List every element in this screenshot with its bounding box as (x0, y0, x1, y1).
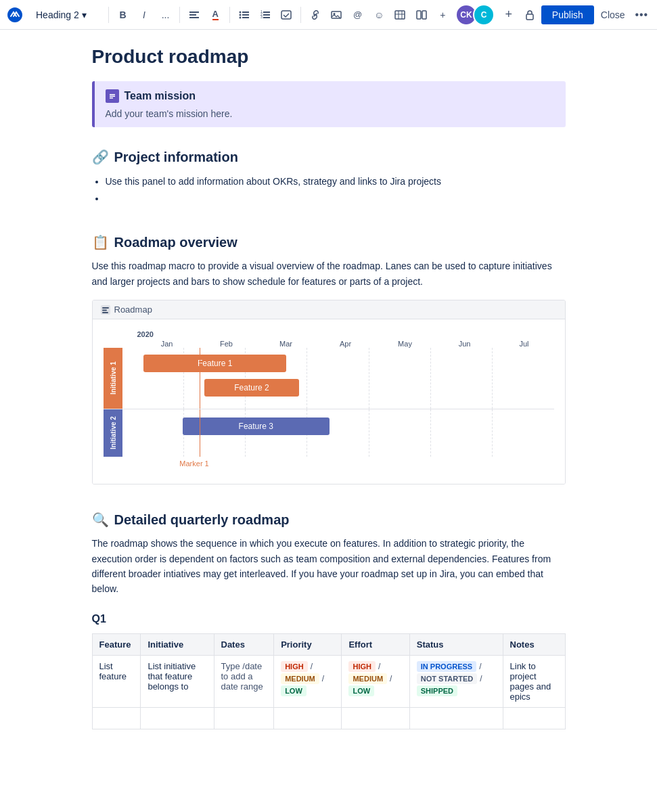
svg-rect-22 (417, 11, 421, 19)
effort-badge-low: LOW (348, 685, 374, 696)
project-info-title: Project information (114, 150, 238, 165)
roadmap-chart: 2020 Jan Feb Mar Apr May Jun Jul (93, 319, 565, 484)
project-info-bullet-1: Use this panel to add information about … (106, 173, 566, 190)
cell-dates[interactable]: Type /date to add a date range (214, 655, 274, 707)
cell-feature-empty[interactable] (92, 707, 141, 729)
bullet-list-button[interactable] (234, 4, 254, 26)
gantt-col (122, 409, 184, 457)
svg-rect-6 (242, 14, 249, 16)
toolbar-divider-4 (300, 7, 301, 23)
gantt-col (431, 348, 493, 409)
numbered-list-button[interactable]: 1.2.3. (255, 4, 275, 26)
emoji-button[interactable]: ☺ (369, 4, 388, 26)
editor-content: Product roadmap Team mission Add your te… (65, 30, 593, 797)
gantt-col (493, 348, 553, 409)
table-header-row: Feature Initiative Dates Priority Effort… (92, 633, 565, 655)
col-dates: Dates (214, 633, 274, 655)
cell-priority[interactable]: HIGH / MEDIUM / LOW (274, 655, 342, 707)
link-button[interactable] (305, 4, 325, 26)
feature3-label: Feature 3 (239, 422, 273, 431)
feature3-bar: Feature 3 (183, 418, 330, 435)
gantt-col (493, 409, 553, 457)
task-list-button[interactable] (277, 4, 296, 26)
svg-rect-18 (395, 11, 405, 19)
roadmap-overview-description: Use this roadmap macro to provide a visu… (92, 258, 566, 289)
close-button[interactable]: Close (595, 5, 631, 24)
cell-status-empty[interactable] (409, 707, 503, 729)
gantt-month-may: May (376, 340, 435, 348)
page-title[interactable]: Product roadmap (92, 46, 566, 68)
align-button[interactable] (184, 4, 204, 26)
team-mission-panel: Team mission Add your team's mission her… (92, 81, 566, 127)
bold-button[interactable]: B (113, 4, 133, 26)
quarterly-roadmap-section: 🔍 Detailed quarterly roadmap The roadmap… (92, 512, 566, 729)
roadmap-macro-header: Roadmap (93, 300, 565, 319)
overflow-button[interactable]: ••• (632, 4, 652, 26)
svg-rect-32 (102, 312, 108, 313)
toolbar-divider-1 (108, 7, 109, 23)
cell-priority-empty[interactable] (274, 707, 342, 729)
toolbar: Heading 2 ▾ B I ... A 1.2.3. @ ☺ + CK C (0, 0, 657, 30)
gantt-col (431, 409, 493, 457)
col-notes: Notes (503, 633, 565, 655)
col-initiative: Initiative (141, 633, 214, 655)
share-button[interactable]: + (499, 4, 518, 26)
italic-button[interactable]: I (134, 4, 154, 26)
mention-button[interactable]: @ (348, 4, 367, 26)
layout-button[interactable] (411, 4, 431, 26)
feature2-label: Feature 2 (234, 383, 269, 392)
svg-rect-0 (189, 12, 199, 13)
publish-button[interactable]: Publish (541, 5, 594, 24)
effort-badge-medium: MEDIUM (348, 673, 387, 684)
chevron-down-icon: ▾ (82, 9, 87, 20)
image-button[interactable] (326, 4, 346, 26)
project-info-heading: 🔗 Project information (92, 149, 566, 165)
project-info-section: 🔗 Project information Use this panel to … (92, 149, 566, 207)
svg-rect-26 (110, 94, 115, 95)
text-color-button[interactable]: A (206, 4, 225, 26)
cell-status[interactable]: IN PROGRESS / NOT STARTED / SHIPPED (409, 655, 503, 707)
cell-feature[interactable]: List feature (92, 655, 141, 707)
svg-rect-27 (110, 96, 115, 97)
avatar-group: CK C (455, 4, 495, 26)
heading-select[interactable]: Heading 2 ▾ (30, 6, 104, 24)
cell-notes[interactable]: Link to project pages and epics (503, 655, 565, 707)
more-format-button[interactable]: ... (156, 4, 175, 26)
svg-rect-14 (263, 17, 270, 18)
status-badge-not-started: NOT STARTED (417, 673, 477, 684)
marker-label: Marker 1 (179, 459, 208, 468)
roadmap-overview-heading: 📋 Roadmap overview (92, 234, 566, 250)
svg-rect-12 (263, 14, 270, 16)
team-mission-title: Team mission (124, 90, 196, 102)
cell-initiative-empty[interactable] (141, 707, 214, 729)
gantt-col (307, 348, 369, 409)
project-info-bullet-2 (106, 190, 566, 207)
svg-text:3.: 3. (260, 15, 263, 19)
team-mission-body[interactable]: Add your team's mission here. (106, 108, 555, 119)
priority-badges: HIGH / MEDIUM / LOW (281, 661, 334, 696)
svg-rect-2 (189, 17, 199, 18)
cell-notes-empty[interactable] (503, 707, 565, 729)
cell-effort[interactable]: HIGH / MEDIUM / LOW (342, 655, 409, 707)
initiative1-label: Initiative 1 (104, 348, 122, 409)
svg-rect-24 (526, 14, 533, 20)
cell-dates-empty[interactable] (214, 707, 274, 729)
text-color-icon: A (212, 9, 219, 20)
search-icon: 🔍 (92, 512, 109, 528)
status-badges: IN PROGRESS / NOT STARTED / SHIPPED (417, 661, 496, 696)
roadmap-overview-title: Roadmap overview (114, 235, 237, 250)
clipboard-icon: 📋 (92, 234, 109, 250)
restrict-button[interactable] (520, 4, 539, 26)
badge-medium: MEDIUM (281, 673, 319, 684)
insert-more-button[interactable]: + (433, 4, 453, 26)
cell-effort-empty[interactable] (342, 707, 409, 729)
col-status: Status (409, 633, 503, 655)
gantt-month-mar: Mar (256, 340, 316, 348)
svg-point-3 (239, 11, 241, 13)
col-priority: Priority (274, 633, 342, 655)
table-button[interactable] (390, 4, 410, 26)
status-badge-in-progress: IN PROGRESS (417, 661, 476, 672)
svg-rect-15 (281, 11, 291, 19)
badge-low: LOW (281, 685, 307, 696)
cell-initiative[interactable]: List initiative that feature belongs to (141, 655, 214, 707)
